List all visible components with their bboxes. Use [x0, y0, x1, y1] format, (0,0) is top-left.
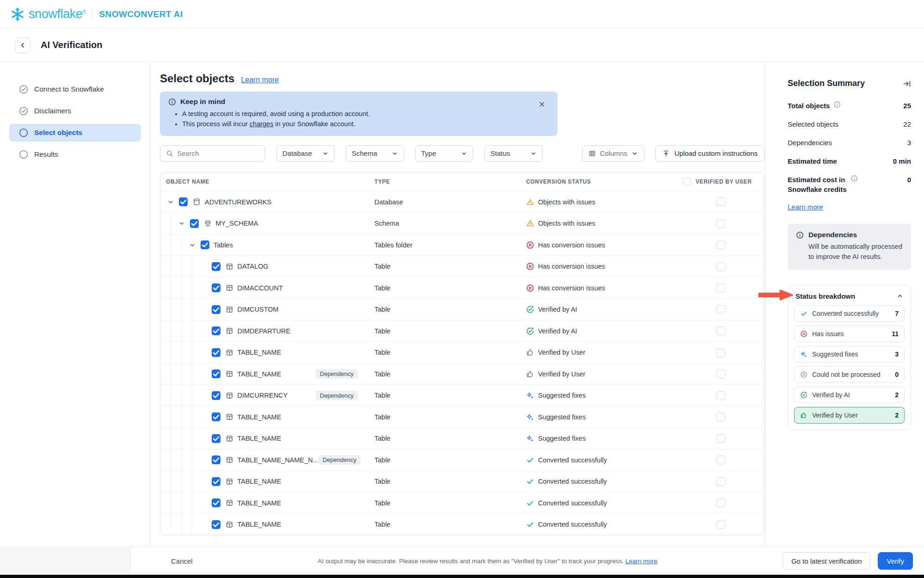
- status-pill-converted-successfully[interactable]: Converted successfully7: [794, 305, 905, 322]
- upload-custom-instructions-button[interactable]: Upload custom instructions: [655, 145, 765, 162]
- sidebar-item-select-objects[interactable]: Select objects: [9, 124, 141, 141]
- filter-dropdown-schema[interactable]: Schema: [346, 145, 404, 162]
- table-row[interactable]: TABLE_NAMETableSuggested fixes: [160, 406, 764, 428]
- row-checkbox[interactable]: [212, 520, 220, 529]
- chevron-down-icon[interactable]: [189, 241, 196, 249]
- warning-icon: [526, 198, 534, 206]
- chevron-up-icon[interactable]: [897, 293, 903, 299]
- table-row[interactable]: TABLE_NAMETableConverted successfully: [160, 492, 764, 514]
- verified-checkbox[interactable]: [716, 369, 725, 378]
- row-checkbox[interactable]: [201, 240, 209, 249]
- verified-checkbox[interactable]: [716, 348, 725, 357]
- table-row[interactable]: MY_SCHEMASchemaObjects with issues: [160, 212, 764, 234]
- type-cell: Table: [374, 306, 526, 313]
- table-row[interactable]: DIMDEPARTURETableVerified by AI: [160, 320, 764, 342]
- row-checkbox[interactable]: [212, 434, 220, 443]
- verified-checkbox[interactable]: [716, 283, 725, 292]
- check-icon: [800, 310, 808, 317]
- verified-checkbox[interactable]: [716, 520, 725, 529]
- filter-dropdown-database[interactable]: Database: [276, 145, 335, 162]
- status-pill-could-not-be-processed[interactable]: Could not be processed0: [794, 366, 905, 383]
- verified-checkbox[interactable]: [716, 477, 725, 486]
- table-row[interactable]: TABLE_NAMETableConverted successfully: [160, 470, 764, 492]
- verified-checkbox[interactable]: [716, 391, 725, 400]
- charges-link[interactable]: charges: [250, 120, 274, 128]
- summary-row-label-text: Selected objects: [788, 119, 838, 129]
- verified-checkbox[interactable]: [716, 326, 725, 335]
- row-checkbox[interactable]: [212, 283, 220, 292]
- summary-rows: Total objects25Selected objects22Depende…: [788, 101, 911, 194]
- objects-table: OBJECT NAME TYPE CONVERSION STATUS VERIF…: [160, 172, 765, 535]
- table-row[interactable]: DIMCUSTOMTableVerified by AI: [160, 298, 764, 320]
- type-cell: Database: [374, 198, 526, 206]
- collapse-panel-icon[interactable]: [903, 80, 911, 88]
- table-row[interactable]: DIMACCOUNTTableHas conversion issues: [160, 277, 764, 299]
- table-row[interactable]: TABLE_NAMEDependencyTableVerified by Use…: [160, 363, 764, 385]
- status-pill-suggested-fixes[interactable]: Suggested fixes3: [794, 346, 905, 363]
- verified-checkbox[interactable]: [716, 455, 725, 464]
- footer-learn-more-link[interactable]: Learn more: [625, 558, 657, 565]
- columns-button[interactable]: Columns: [582, 145, 644, 162]
- search-input[interactable]: [177, 149, 259, 157]
- filter-dropdown-type[interactable]: Type: [415, 145, 473, 162]
- table-row[interactable]: ADVENTUREWORKSDatabaseObjects with issue…: [160, 191, 764, 213]
- snowflake-logo-icon: [10, 7, 25, 22]
- row-checkbox[interactable]: [212, 262, 220, 271]
- table-row[interactable]: TABLE_NAMETableConverted successfully: [160, 513, 764, 535]
- back-button[interactable]: [15, 37, 31, 53]
- verified-checkbox[interactable]: [716, 412, 725, 421]
- status-pill-verified-by-user[interactable]: Verified by User2: [794, 407, 905, 424]
- tree-indent-guide: [192, 277, 192, 299]
- row-checkbox[interactable]: [179, 197, 188, 206]
- row-checkbox[interactable]: [190, 219, 199, 228]
- table-row[interactable]: TABLE_NAME_NAME_N...DependencyTableConve…: [160, 449, 764, 471]
- info-icon: [796, 231, 804, 239]
- cancel-button[interactable]: Cancel: [171, 557, 193, 565]
- table-icon: [226, 499, 233, 507]
- table-row[interactable]: DIMCURRENCYDependencyTableSuggested fixe…: [160, 384, 764, 406]
- row-checkbox[interactable]: [212, 412, 220, 421]
- chevron-down-icon[interactable]: [167, 198, 174, 206]
- row-checkbox[interactable]: [212, 391, 220, 400]
- verified-checkbox[interactable]: [716, 240, 725, 249]
- table-row[interactable]: TABLE_NAMETableSuggested fixes: [160, 427, 764, 449]
- chevron-down-icon[interactable]: [178, 220, 185, 227]
- row-checkbox[interactable]: [212, 326, 220, 335]
- verified-checkbox[interactable]: [716, 219, 725, 228]
- sidebar-item-disclaimers[interactable]: Disclaimers: [9, 102, 141, 120]
- tree-indent-guide: [181, 449, 182, 471]
- verified-checkbox[interactable]: [716, 434, 725, 443]
- row-checkbox[interactable]: [212, 369, 220, 378]
- status-pill-has-issues[interactable]: Has issues11: [794, 326, 905, 342]
- go-to-latest-verification-button[interactable]: Go to latest verification: [783, 552, 871, 570]
- status-pill-verified-by-ai[interactable]: Verified by AI2: [794, 387, 905, 403]
- table-row[interactable]: TABLE_NAMETableVerified by User: [160, 341, 764, 363]
- row-checkbox[interactable]: [212, 498, 220, 507]
- sidebar-item-results[interactable]: Results: [9, 146, 141, 163]
- verified-all-checkbox[interactable]: [683, 178, 691, 185]
- object-name: TABLE_NAME: [238, 349, 281, 356]
- learn-more-link[interactable]: Learn more: [241, 76, 279, 84]
- row-checkbox[interactable]: [212, 348, 220, 357]
- filter-dropdown-status[interactable]: Status: [484, 145, 543, 162]
- sidebar-item-connect-to-snowflake[interactable]: Connect to Snowflake: [9, 80, 141, 98]
- verified-checkbox[interactable]: [716, 197, 725, 206]
- verify-button[interactable]: Verify: [878, 552, 913, 570]
- verified-checkbox[interactable]: [716, 305, 725, 314]
- summary-learn-more-link[interactable]: Learn more: [788, 203, 823, 211]
- verified-by-user-cell: [683, 219, 759, 228]
- row-checkbox[interactable]: [212, 477, 220, 486]
- verified-checkbox[interactable]: [716, 262, 725, 271]
- close-icon[interactable]: [538, 101, 545, 108]
- tree-indent-guide: [181, 234, 182, 256]
- table-row[interactable]: DATALOGTableHas conversion issues: [160, 255, 764, 277]
- verified-checkbox[interactable]: [716, 498, 725, 507]
- verified-by-user-cell: [683, 305, 759, 314]
- type-cell: Table: [374, 456, 526, 464]
- table-row[interactable]: TablesTables folderHas conversion issues: [160, 234, 764, 256]
- summary-row-label-text: Estimated time: [788, 156, 837, 166]
- row-checkbox[interactable]: [212, 305, 220, 314]
- tree-indent-guide: [170, 471, 171, 492]
- verified-by-user-cell: [683, 477, 759, 486]
- row-checkbox[interactable]: [212, 455, 220, 464]
